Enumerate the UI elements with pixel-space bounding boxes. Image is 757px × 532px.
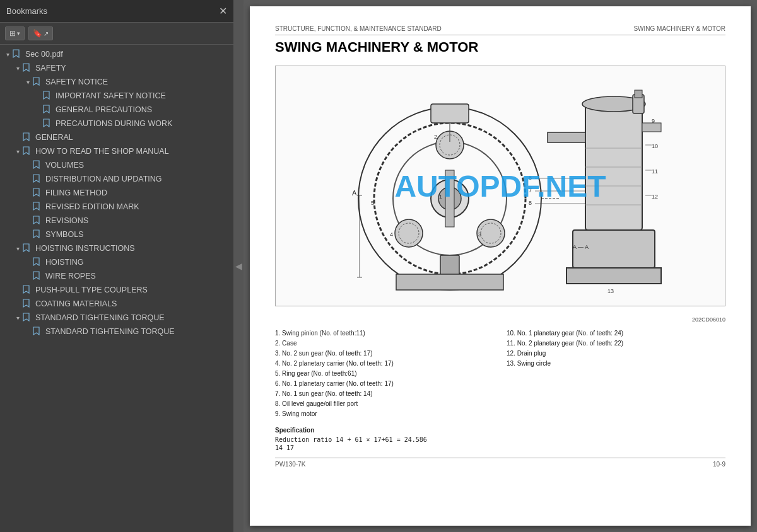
bookmark-label-coating: COATING MATERIALS <box>35 299 231 308</box>
pdf-main-title: SWING MACHINERY & MOTOR <box>275 39 725 55</box>
bookmark-label-symbols: SYMBOLS <box>45 230 231 239</box>
part-item: 4. No. 2 planetary carrier (No. of teeth… <box>275 359 494 368</box>
svg-text:13: 13 <box>607 288 614 294</box>
bookmark-icon-how-to-read <box>23 146 33 156</box>
part-item: 8. Oil level gauge/oil filler port <box>275 399 494 408</box>
svg-text:2: 2 <box>434 134 437 140</box>
bookmark-label-hoisting-sub: HOISTING <box>45 258 231 267</box>
bookmark-item-coating[interactable]: COATING MATERIALS <box>0 297 233 311</box>
bookmark-icon-symbols <box>33 229 43 240</box>
bookmarks-toolbar: ⊞ ▾ 🔖 ↗ <box>0 23 233 45</box>
bookmark-label-tightening-sub: STANDARD TIGHTENING TORQUE <box>45 327 231 336</box>
bookmark-icon-wire-ropes <box>33 271 43 281</box>
bookmark-item-filing[interactable]: FILING METHOD <box>0 186 233 200</box>
bookmark-item-push-pull[interactable]: PUSH-PULL TYPE COUPLERS <box>0 283 233 297</box>
pdf-panel: STRUCTURE, FUNCTION, & MAINTENANCE STAND… <box>244 0 757 532</box>
bookmark-item-symbols[interactable]: SYMBOLS <box>0 228 233 241</box>
bookmark-item-distribution[interactable]: DISTRIBUTION AND UPDATING <box>0 172 233 186</box>
bookmark-icon-general-precautions <box>43 105 53 115</box>
bookmark-item-wire-ropes[interactable]: WIRE ROPES <box>0 269 233 283</box>
bookmark-item-volumes[interactable]: VOLUMES <box>0 158 233 172</box>
svg-text:3: 3 <box>478 231 481 238</box>
bookmark-toggle-hoisting: ▾ <box>13 245 23 252</box>
svg-rect-41 <box>566 268 661 284</box>
bookmark-icon-safety-notice <box>33 77 43 87</box>
svg-text:1: 1 <box>439 194 442 200</box>
footer-model: PW130-7K <box>275 461 305 468</box>
bookmark-item-revisions[interactable]: REVISIONS <box>0 214 233 228</box>
bookmark-item-tightening[interactable]: ▾STANDARD TIGHTENING TORQUE <box>0 311 233 325</box>
part-item: 1. Swing pinion (No. of teeth:11) <box>275 328 494 338</box>
bookmark-label-general: GENERAL <box>35 133 231 142</box>
part-item: 3. No. 2 sun gear (No. of teeth: 17) <box>275 349 494 358</box>
spec-section: Specification Reduction ratio 14 + 61 × … <box>275 427 725 451</box>
bookmark-label-how-to-read: HOW TO READ THE SHOP MANUAL <box>35 147 231 156</box>
svg-text:5: 5 <box>371 200 374 206</box>
bookmark-icon-safety <box>23 63 33 73</box>
svg-rect-25 <box>548 132 585 142</box>
bookmark-item-general-precautions[interactable]: GENERAL PRECAUTIONS <box>0 103 233 117</box>
svg-text:A — A: A — A <box>573 244 589 250</box>
parts-list: 1. Swing pinion (No. of teeth:11)2. Case… <box>275 328 725 419</box>
bookmark-icon-sec00 <box>13 49 23 59</box>
bookmark-toggle-tightening: ▾ <box>13 315 23 321</box>
diagram-caption: 202CD06010 <box>275 316 725 323</box>
bookmark-item-hoisting-sub[interactable]: HOISTING <box>0 255 233 269</box>
bookmark-item-hoisting[interactable]: ▾HOISTING INSTRUCTIONS <box>0 241 233 255</box>
bookmark-item-how-to-read[interactable]: ▾HOW TO READ THE SHOP MANUAL <box>0 144 233 158</box>
bookmark-icon-revisions <box>33 216 43 226</box>
part-item: 7. No. 1 sun gear (No. of teeth: 14) <box>275 389 494 398</box>
close-button[interactable]: ✕ <box>219 5 227 17</box>
bookmark-toggle-sec00: ▾ <box>3 51 13 58</box>
cursor-icon: ↗ <box>44 30 49 37</box>
bookmark-item-important-safety[interactable]: IMPORTANT SAFETY NOTICE <box>0 89 233 103</box>
bookmark-label-filing: FILING METHOD <box>45 188 231 197</box>
svg-text:10: 10 <box>652 143 658 149</box>
part-item: 9. Swing motor <box>275 409 494 419</box>
bookmark-icon-hoisting-sub <box>33 257 43 267</box>
panel-divider[interactable]: ◀ <box>233 0 244 532</box>
bookmark-item-sec00[interactable]: ▾Sec 00.pdf <box>0 47 233 61</box>
grid-icon: ⊞ <box>9 29 16 38</box>
bookmark-icon-coating <box>23 299 33 309</box>
bookmark-icon-revised <box>33 202 43 212</box>
svg-rect-23 <box>635 90 642 98</box>
bookmark-item-revised[interactable]: REVISED EDITION MARK <box>0 200 233 214</box>
pdf-page: STRUCTURE, FUNCTION, & MAINTENANCE STAND… <box>250 6 751 526</box>
bookmark-label-important-safety: IMPORTANT SAFETY NOTICE <box>56 91 231 100</box>
bookmark-item-general[interactable]: GENERAL <box>0 130 233 144</box>
bookmark-label-distribution: DISTRIBUTION AND UPDATING <box>45 175 231 183</box>
bookmark-item-precautions-work[interactable]: PRECAUTIONS DURING WORK <box>0 117 233 130</box>
bookmark-item-safety-notice[interactable]: ▾SAFETY NOTICE <box>0 75 233 89</box>
svg-text:8: 8 <box>529 200 532 206</box>
part-item: 6. No. 1 planetary carrier (No. of teeth… <box>275 379 494 388</box>
bookmark-item-tightening-sub[interactable]: STANDARD TIGHTENING TORQUE <box>0 325 233 338</box>
footer-page: 10-9 <box>713 461 725 468</box>
bookmark-label-precautions-work: PRECAUTIONS DURING WORK <box>56 119 231 128</box>
bookmark-icon-volumes <box>33 160 43 170</box>
grid-view-button[interactable]: ⊞ ▾ <box>5 26 25 40</box>
bookmarks-header: Bookmarks ✕ <box>0 0 233 23</box>
bookmark-label-wire-ropes: WIRE ROPES <box>45 272 231 280</box>
bookmark-label-sec00: Sec 00.pdf <box>25 50 231 59</box>
part-item: 5. Ring gear (No. of teeth:61) <box>275 369 494 378</box>
bookmarks-tree[interactable]: ▾Sec 00.pdf▾SAFETY▾SAFETY NOTICEIMPORTAN… <box>0 45 233 532</box>
bookmark-tool-button[interactable]: 🔖 ↗ <box>28 26 53 40</box>
bookmark-icon-tightening <box>23 313 33 323</box>
bookmark-icon-distribution <box>33 174 43 184</box>
collapse-icon: ◀ <box>235 261 242 271</box>
svg-point-7 <box>395 219 423 247</box>
bookmark-item-safety[interactable]: ▾SAFETY <box>0 61 233 75</box>
svg-rect-18 <box>431 104 469 123</box>
bookmarks-panel: Bookmarks ✕ ⊞ ▾ 🔖 ↗ ▾Sec 00.pdf▾SAFETY▾S… <box>0 0 233 532</box>
part-item: 13. Swing circle <box>507 359 725 368</box>
bookmark-icon-filing <box>33 188 43 198</box>
svg-text:11: 11 <box>652 168 658 175</box>
bookmark-label-safety: SAFETY <box>35 64 231 72</box>
bookmark-toggle-safety: ▾ <box>13 65 23 72</box>
svg-rect-11 <box>445 170 454 227</box>
motor-assembly: 9 10 11 12 6 <box>529 90 661 294</box>
svg-text:7: 7 <box>529 187 532 194</box>
svg-text:4: 4 <box>390 231 393 238</box>
bookmark-icon-general <box>23 132 33 142</box>
